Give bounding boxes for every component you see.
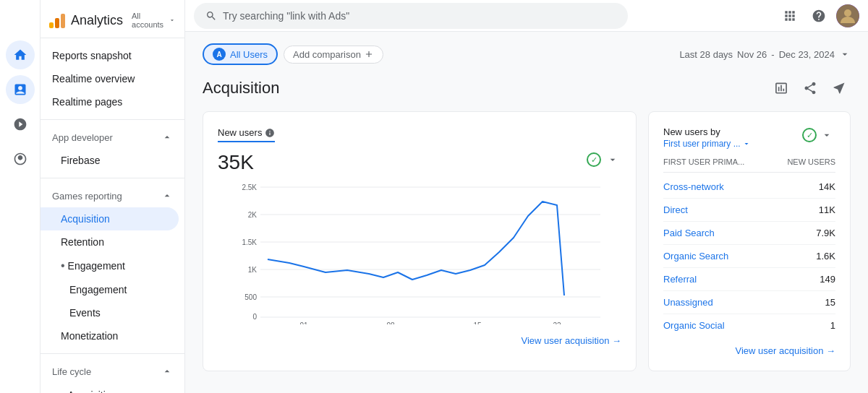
chevron-down-icon <box>742 139 751 148</box>
row-label[interactable]: Unassigned <box>663 297 713 308</box>
date-from: Nov 26 <box>737 49 767 60</box>
advertising-nav-icon[interactable] <box>6 144 35 173</box>
sidebar-item-firebase[interactable]: Firebase <box>41 149 179 172</box>
by-label: New users by <box>663 126 751 137</box>
add-comparison-label: Add comparison <box>293 49 361 60</box>
search-placeholder: Try searching "link with Ads" <box>223 10 349 22</box>
side-table-card: New users by First user primary ... ✓ <box>648 111 851 371</box>
chart-area: 2.5K 2K 1.5K 1K 500 0 01 Dec 08 15 22 <box>218 180 621 327</box>
plus-icon <box>364 49 374 59</box>
monetization-label: Monetization <box>61 330 118 342</box>
add-comparison-chip[interactable]: Add comparison <box>284 46 383 64</box>
chart-dropdown-icon[interactable] <box>604 151 621 168</box>
side-view-link[interactable]: View user acquisition → <box>663 345 835 356</box>
chip-avatar: A <box>213 48 226 61</box>
realtime-overview-label: Realtime overview <box>52 73 135 85</box>
retention-label: Retention <box>61 236 104 248</box>
row-value: 11K <box>819 204 835 215</box>
nav-icon-bar <box>0 0 41 393</box>
side-dropdown-icon[interactable] <box>818 126 835 144</box>
user-avatar[interactable] <box>836 4 859 27</box>
sidebar-item-engagement[interactable]: Engagement <box>41 278 179 301</box>
svg-point-1 <box>844 9 851 17</box>
table-row: Referral 149 <box>663 268 835 291</box>
ai-insights-icon[interactable] <box>827 77 851 100</box>
section-app-developer-label: App developer <box>52 132 113 143</box>
sidebar-item-acquisition[interactable]: Acquisition <box>41 207 179 230</box>
bullet-icon: • <box>61 259 65 272</box>
by-sublabel-text: First user primary ... <box>663 139 741 149</box>
all-users-chip[interactable]: A All Users <box>203 43 278 65</box>
title-actions <box>770 77 851 100</box>
home-nav-icon[interactable] <box>6 40 35 69</box>
row-label[interactable]: Organic Social <box>663 320 725 331</box>
firebase-label: Firebase <box>61 155 100 166</box>
date-range-selector[interactable]: Last 28 days Nov 26 - Dec 23, 2024 <box>679 48 851 60</box>
row-label[interactable]: Paid Search <box>663 228 715 238</box>
line-chart-svg: 2.5K 2K 1.5K 1K 500 0 01 Dec 08 15 22 <box>218 180 621 324</box>
side-table: FIRST USER PRIMA... NEW USERS Cross-netw… <box>663 157 835 337</box>
side-card-header: New users by First user primary ... ✓ <box>663 126 835 149</box>
main-chart-card: New users 35K ✓ <box>203 111 637 371</box>
main-content: A All Users Add comparison Last 28 days … <box>185 32 868 393</box>
svg-text:500: 500 <box>244 293 257 301</box>
row-label[interactable]: Organic Search <box>663 251 728 262</box>
sidebar-item-events[interactable]: Events <box>41 301 179 324</box>
share-icon[interactable] <box>799 77 822 100</box>
app-logo <box>49 12 65 28</box>
chart-header: 35K ✓ <box>218 151 621 174</box>
row-value: 1.6K <box>816 251 835 262</box>
sidebar-item-lifecycle-acquisition[interactable]: • Acquisition <box>41 383 184 393</box>
sidebar-item-monetization[interactable]: Monetization <box>41 324 179 347</box>
row-label[interactable]: Cross-network <box>663 181 724 192</box>
table-row: Paid Search 7.9K <box>663 222 835 245</box>
date-range-label: Last 28 days <box>679 49 733 60</box>
help-icon[interactable] <box>807 4 830 27</box>
bullet-icon-2: • <box>61 389 65 393</box>
sidebar-item-engagement-parent[interactable]: • Engagement <box>41 254 184 278</box>
side-table-rows: Cross-network 14K Direct 11K Paid Search… <box>663 176 835 337</box>
sidebar-item-reports-snapshot[interactable]: Reports snapshot <box>41 44 179 67</box>
sidebar-item-realtime-pages[interactable]: Realtime pages <box>41 90 179 113</box>
chart-title-area: New users <box>218 127 275 138</box>
engagement-parent-label: Engagement <box>68 260 125 272</box>
sidebar-item-retention[interactable]: Retention <box>41 230 179 254</box>
row-value: 7.9K <box>816 228 835 238</box>
compare-charts-icon[interactable] <box>770 77 793 100</box>
svg-text:08: 08 <box>386 321 395 324</box>
main-area: Try searching "link with Ads" <box>185 0 868 393</box>
table-row: Organic Search 1.6K <box>663 245 835 268</box>
lifecycle-acquisition-label: Acquisition <box>68 389 117 393</box>
page-title: Acquisition <box>203 79 279 98</box>
apps-icon[interactable] <box>778 4 801 27</box>
section-app-developer[interactable]: App developer <box>41 126 184 149</box>
row-value: 1 <box>830 320 835 331</box>
chevron-up-icon <box>161 131 173 143</box>
check-icon[interactable]: ✓ <box>587 152 601 167</box>
row-value: 15 <box>825 297 835 308</box>
sidebar-item-realtime-overview[interactable]: Realtime overview <box>41 67 179 90</box>
table-row: Direct 11K <box>663 199 835 222</box>
chart-tab-label: New users <box>218 127 262 138</box>
explore-nav-icon[interactable] <box>6 110 35 139</box>
side-view-link-label: View user acquisition → <box>736 345 836 356</box>
date-to: Dec 23, 2024 <box>779 49 835 60</box>
row-label[interactable]: Referral <box>663 274 697 285</box>
engagement-label: Engagement <box>69 284 127 295</box>
account-name: All accounts <box>132 12 167 29</box>
section-life-cycle[interactable]: Life cycle <box>41 360 184 383</box>
reports-nav-icon[interactable] <box>6 75 35 104</box>
filter-bar: A All Users Add comparison <box>203 43 383 65</box>
by-sublabel[interactable]: First user primary ... <box>663 139 751 149</box>
row-label[interactable]: Direct <box>663 204 688 215</box>
account-selector[interactable]: All accounts <box>132 12 176 29</box>
table-row: Cross-network 14K <box>663 176 835 199</box>
chevron-up-icon-2 <box>161 190 173 202</box>
date-chevron-icon <box>839 48 851 60</box>
info-icon[interactable] <box>265 128 275 138</box>
chart-view-link[interactable]: View user acquisition → <box>218 335 621 346</box>
section-games-reporting[interactable]: Games reporting <box>41 184 184 207</box>
svg-text:2.5K: 2.5K <box>242 183 257 191</box>
side-check-icon[interactable]: ✓ <box>802 128 817 142</box>
search-bar[interactable]: Try searching "link with Ads" <box>194 3 628 29</box>
